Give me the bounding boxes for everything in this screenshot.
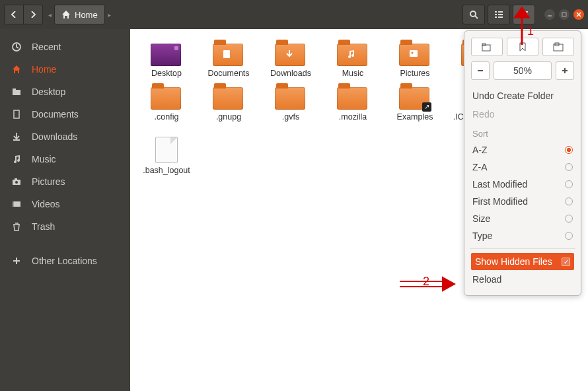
camera-icon — [11, 176, 22, 187]
file-item[interactable]: .gvfs — [266, 83, 315, 133]
maximize-button[interactable] — [559, 9, 570, 20]
radio-icon — [565, 232, 573, 240]
zoom-in-button[interactable] — [556, 61, 574, 80]
svg-rect-27 — [410, 50, 418, 57]
titlebar: ◂ Home ▸ — [0, 0, 588, 29]
file-item[interactable]: Pictures — [390, 40, 439, 79]
svg-point-28 — [412, 52, 414, 54]
file-label: .mozilla — [339, 112, 367, 123]
show-hidden-files-toggle[interactable]: Show Hidden Files ✓ — [471, 253, 574, 270]
radio-icon — [565, 215, 573, 223]
reload-menu-item[interactable]: Reload — [471, 270, 574, 289]
minimize-button[interactable] — [544, 9, 555, 20]
sort-option-size[interactable]: Size — [471, 210, 574, 227]
new-folder-button[interactable]: + — [471, 38, 503, 56]
divider — [470, 248, 575, 249]
desktop-icon — [151, 44, 181, 66]
sidebar-item-label: Other Locations — [32, 256, 97, 266]
file-item[interactable]: Music — [328, 40, 377, 79]
file-label: .bash_logout — [143, 166, 190, 176]
search-icon — [469, 10, 478, 19]
svg-rect-35 — [478, 70, 483, 71]
music-icon — [11, 154, 22, 164]
search-button[interactable] — [462, 5, 485, 24]
sidebar-item-other-locations[interactable]: Other Locations — [0, 250, 130, 272]
sort-option-type[interactable]: Type — [471, 227, 574, 244]
sidebar-item-home[interactable]: Home — [0, 58, 130, 81]
view-mode-button[interactable] — [488, 5, 510, 24]
path-separator-icon: ▸ — [105, 11, 114, 18]
file-label: Music — [342, 69, 364, 79]
file-label: .config — [155, 112, 179, 123]
sort-option-a-z[interactable]: A-Z — [471, 141, 574, 159]
svg-rect-12 — [562, 13, 566, 17]
file-item[interactable]: .config — [142, 83, 191, 133]
breadcrumb-label: Home — [75, 10, 98, 20]
sidebar-item-downloads[interactable]: Downloads — [0, 125, 130, 148]
folder-icon — [337, 44, 367, 66]
file-label: Downloads — [270, 69, 311, 79]
file-icon — [155, 137, 178, 163]
sort-header: Sort — [471, 124, 574, 141]
svg-rect-3 — [498, 11, 503, 13]
sort-option-z-a[interactable]: Z-A — [471, 159, 574, 176]
sidebar-item-pictures[interactable]: Pictures — [0, 170, 130, 193]
show-hidden-label: Show Hidden Files — [475, 256, 552, 267]
svg-rect-6 — [495, 17, 497, 18]
sort-option-label: Last Modified — [472, 179, 527, 190]
file-label: Pictures — [400, 69, 429, 79]
clock-icon — [11, 42, 22, 52]
close-button[interactable] — [573, 9, 584, 20]
sort-option-label: A-Z — [472, 145, 488, 155]
forward-button[interactable] — [23, 5, 43, 24]
zoom-out-button[interactable] — [471, 61, 490, 80]
svg-rect-16 — [13, 90, 20, 95]
sidebar-item-videos[interactable]: Videos — [0, 193, 130, 215]
sidebar-item-recent[interactable]: Recent — [0, 36, 130, 58]
sidebar-item-desktop[interactable]: Desktop — [0, 81, 130, 103]
file-item[interactable]: Documents — [204, 40, 253, 79]
folder-icon — [151, 87, 181, 110]
plus-icon — [11, 256, 22, 266]
sidebar-item-documents[interactable]: Documents — [0, 103, 130, 125]
sidebar-item-label: Music — [32, 154, 56, 164]
sidebar-item-music[interactable]: Music — [0, 148, 130, 170]
svg-rect-26 — [223, 50, 230, 58]
file-item[interactable]: Desktop — [142, 40, 191, 79]
bookmark-button[interactable] — [507, 38, 538, 56]
radio-icon — [565, 146, 573, 154]
sidebar-item-label: Recent — [32, 42, 61, 52]
sort-option-first-modified[interactable]: First Modified — [471, 193, 574, 210]
breadcrumb-home[interactable]: Home — [54, 5, 105, 24]
hamburger-menu-button[interactable] — [513, 5, 535, 24]
path-bar: ◂ Home ▸ — [46, 5, 114, 24]
folder-icon — [275, 44, 305, 66]
sort-option-label: First Modified — [472, 196, 528, 207]
doc-icon — [11, 109, 22, 120]
file-label: .gnupg — [216, 112, 241, 123]
symlink-badge-icon: ↗ — [422, 102, 431, 112]
video-icon — [11, 199, 22, 209]
svg-text:+: + — [492, 42, 492, 48]
back-button[interactable] — [4, 5, 24, 24]
file-item[interactable]: .bash_logout — [142, 137, 191, 176]
new-folder-icon: + — [482, 42, 492, 52]
svg-point-20 — [15, 181, 18, 184]
sidebar-item-trash[interactable]: Trash — [0, 215, 130, 238]
file-item[interactable]: .mozilla — [328, 83, 377, 133]
undo-menu-item[interactable]: Undo Create Folder — [471, 87, 574, 105]
svg-point-0 — [470, 11, 476, 17]
sort-option-last-modified[interactable]: Last Modified — [471, 176, 574, 193]
file-item[interactable]: .gnupg — [204, 83, 253, 133]
svg-rect-4 — [495, 14, 497, 15]
file-item[interactable]: Downloads — [266, 40, 315, 79]
checkbox-checked-icon: ✓ — [562, 258, 570, 266]
redo-menu-item[interactable]: Redo — [471, 105, 574, 124]
new-tab-button[interactable] — [542, 38, 574, 56]
sort-option-label: Type — [472, 231, 492, 241]
folder-icon — [337, 87, 367, 110]
sidebar: RecentHomeDesktopDocumentsDownloadsMusic… — [0, 29, 130, 391]
plus-icon — [562, 67, 568, 74]
file-item[interactable]: ↗Examples — [390, 83, 439, 133]
folder-icon — [213, 87, 243, 110]
